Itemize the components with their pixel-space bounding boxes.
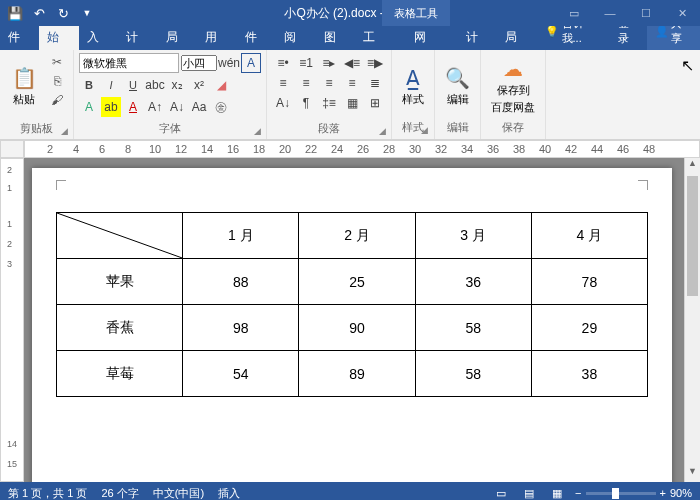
styles-launcher-icon[interactable]: ◢: [421, 125, 428, 135]
text-effects-icon[interactable]: A: [79, 97, 99, 117]
edit-button[interactable]: 🔍 编辑: [441, 54, 474, 118]
table-cell[interactable]: 90: [299, 305, 415, 351]
phonetic-guide-icon[interactable]: wén: [219, 53, 239, 73]
document-canvas[interactable]: 1 月 2 月 3 月 4 月 苹果 88 25 36 78 香蕉 98 90 …: [24, 158, 684, 482]
zoom-slider[interactable]: [586, 492, 656, 495]
align-center-icon[interactable]: ≡: [295, 73, 317, 93]
underline-button[interactable]: U: [123, 75, 143, 95]
character-border-icon[interactable]: A: [241, 53, 261, 73]
italic-button[interactable]: I: [101, 75, 121, 95]
justify-icon[interactable]: ≡: [341, 73, 363, 93]
redo-icon[interactable]: ↻: [52, 2, 74, 24]
table-cell[interactable]: 54: [183, 351, 299, 397]
group-font-label: 字体: [159, 122, 181, 134]
diagonal-header-cell[interactable]: [57, 213, 183, 259]
scroll-down-icon[interactable]: ▼: [685, 466, 700, 482]
zoom-level[interactable]: 90%: [670, 487, 692, 499]
strikethrough-button[interactable]: abc: [145, 75, 165, 95]
table-cell[interactable]: 88: [183, 259, 299, 305]
table-cell[interactable]: 草莓: [57, 351, 183, 397]
increase-indent-icon[interactable]: ≡▶: [364, 53, 386, 73]
highlight-icon[interactable]: ab: [101, 97, 121, 117]
clear-formatting-icon[interactable]: ◢: [211, 75, 231, 95]
group-save-label: 保存: [487, 118, 539, 135]
group-clipboard-label: 剪贴板: [20, 122, 53, 134]
font-size-input[interactable]: [181, 55, 217, 71]
undo-icon[interactable]: ↶: [28, 2, 50, 24]
table-cell[interactable]: 78: [531, 259, 647, 305]
maximize-icon[interactable]: ☐: [628, 0, 664, 26]
vertical-ruler[interactable]: 211231415: [0, 158, 24, 482]
align-right-icon[interactable]: ≡: [318, 73, 340, 93]
minimize-icon[interactable]: —: [592, 0, 628, 26]
close-icon[interactable]: ✕: [664, 0, 700, 26]
borders-icon[interactable]: ⊞: [364, 93, 386, 113]
para-launcher-icon[interactable]: ◢: [379, 126, 386, 136]
status-mode[interactable]: 插入: [218, 486, 240, 501]
cut-icon[interactable]: ✂: [48, 55, 66, 71]
table-cell[interactable]: 25: [299, 259, 415, 305]
data-table[interactable]: 1 月 2 月 3 月 4 月 苹果 88 25 36 78 香蕉 98 90 …: [56, 212, 648, 397]
table-cell[interactable]: 98: [183, 305, 299, 351]
table-row: 1 月 2 月 3 月 4 月: [57, 213, 648, 259]
table-cell[interactable]: 29: [531, 305, 647, 351]
ribbon-options-icon[interactable]: ▭: [556, 0, 592, 26]
table-cell[interactable]: 36: [415, 259, 531, 305]
styles-button[interactable]: A̲ 样式: [398, 54, 428, 118]
enclose-character-icon[interactable]: ㊎: [211, 97, 231, 117]
change-case-icon[interactable]: Aa: [189, 97, 209, 117]
multilevel-list-icon[interactable]: ≡▸: [318, 53, 340, 73]
read-mode-icon[interactable]: ▭: [491, 485, 511, 500]
decrease-indent-icon[interactable]: ◀≡: [341, 53, 363, 73]
numbering-icon[interactable]: ≡1: [295, 53, 317, 73]
font-launcher-icon[interactable]: ◢: [254, 126, 261, 136]
zoom-handle[interactable]: [612, 488, 619, 499]
page[interactable]: 1 月 2 月 3 月 4 月 苹果 88 25 36 78 香蕉 98 90 …: [32, 168, 672, 482]
bullets-icon[interactable]: ≡•: [272, 53, 294, 73]
align-left-icon[interactable]: ≡: [272, 73, 294, 93]
table-cell[interactable]: 3 月: [415, 213, 531, 259]
save-icon[interactable]: 💾: [4, 2, 26, 24]
bold-button[interactable]: B: [79, 75, 99, 95]
line-spacing-icon[interactable]: ‡≡: [318, 93, 340, 113]
status-words[interactable]: 26 个字: [101, 486, 138, 501]
zoom-in-button[interactable]: +: [660, 487, 666, 499]
font-name-input[interactable]: [79, 53, 179, 73]
scrollbar-thumb[interactable]: [687, 176, 698, 296]
paste-button[interactable]: 📋 粘贴: [5, 53, 43, 119]
show-marks-icon[interactable]: ¶: [295, 93, 317, 113]
vertical-scrollbar[interactable]: ▲ ▼: [684, 158, 700, 482]
grow-font-icon[interactable]: A↑: [145, 97, 165, 117]
zoom-out-button[interactable]: −: [575, 487, 581, 499]
table-row: 苹果 88 25 36 78: [57, 259, 648, 305]
print-layout-icon[interactable]: ▤: [519, 485, 539, 500]
distributed-icon[interactable]: ≣: [364, 73, 386, 93]
copy-icon[interactable]: ⎘: [48, 74, 66, 90]
web-layout-icon[interactable]: ▦: [547, 485, 567, 500]
table-cell[interactable]: 89: [299, 351, 415, 397]
superscript-button[interactable]: x²: [189, 75, 209, 95]
shrink-font-icon[interactable]: A↓: [167, 97, 187, 117]
scroll-up-icon[interactable]: ▲: [685, 158, 700, 174]
horizontal-ruler[interactable]: 2468101214161820222426283032343638404244…: [24, 140, 700, 158]
shading-icon[interactable]: ▦: [341, 93, 363, 113]
status-language[interactable]: 中文(中国): [153, 486, 204, 501]
table-cell[interactable]: 2 月: [299, 213, 415, 259]
table-cell[interactable]: 苹果: [57, 259, 183, 305]
table-cell[interactable]: 58: [415, 305, 531, 351]
sort-icon[interactable]: A↓: [272, 93, 294, 113]
save-to-baidu-button[interactable]: ☁ 保存到 百度网盘: [487, 54, 539, 118]
font-color-icon[interactable]: A: [123, 97, 143, 117]
format-painter-icon[interactable]: 🖌: [48, 93, 66, 109]
svg-line-0: [57, 213, 182, 258]
table-cell[interactable]: 4 月: [531, 213, 647, 259]
qat-dropdown-icon[interactable]: ▼: [76, 2, 98, 24]
clipboard-launcher-icon[interactable]: ◢: [61, 126, 68, 136]
table-cell[interactable]: 香蕉: [57, 305, 183, 351]
status-page[interactable]: 第 1 页，共 1 页: [8, 486, 87, 501]
table-cell[interactable]: 58: [415, 351, 531, 397]
subscript-button[interactable]: x₂: [167, 75, 187, 95]
ruler-corner: [0, 140, 24, 158]
table-cell[interactable]: 1 月: [183, 213, 299, 259]
table-cell[interactable]: 38: [531, 351, 647, 397]
